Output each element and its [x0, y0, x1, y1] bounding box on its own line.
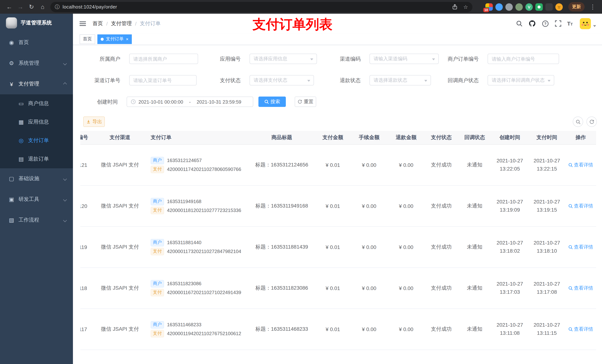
channel-code-select[interactable]: 请输入渠道编码	[369, 54, 439, 64]
extension-dark-icon[interactable]	[545, 3, 553, 10]
annotation-title: 支付订单列表	[252, 16, 333, 34]
tab-label: 首页	[83, 36, 92, 42]
sidebar-item-workflow[interactable]: ▧ 工作流程	[0, 210, 73, 230]
sidebar-item-merchant-info[interactable]: ▭ 商户信息	[0, 94, 73, 113]
table-row: 118 微信 JSAPI 支付 商户 1635311823086 支付 4200…	[80, 268, 596, 309]
extension-drop-icon[interactable]	[495, 3, 503, 10]
view-detail-link[interactable]: 查看详情	[568, 326, 593, 332]
search-toggle-button[interactable]	[573, 116, 583, 127]
channel-order-no-input[interactable]	[129, 75, 197, 85]
font-size-icon[interactable]: TT	[567, 20, 573, 27]
view-detail-link[interactable]: 查看详情	[568, 203, 593, 209]
view-detail-link[interactable]: 查看详情	[568, 285, 593, 291]
breadcrumb-pay-management[interactable]: 支付管理	[111, 20, 132, 27]
sidebar-item-payment[interactable]: ¥ 支付管理	[0, 74, 73, 94]
merchant-order-no: 1635311468233	[167, 322, 201, 327]
sidebar-item-home[interactable]: ◉ 首页	[0, 32, 73, 53]
tab-pay-order[interactable]: 支付订单 ×	[97, 34, 132, 44]
app-logo[interactable]: 芋道管理系统	[0, 14, 73, 32]
chevron-down-icon	[63, 198, 67, 201]
bookmark-star-icon[interactable]: ☆	[463, 4, 468, 10]
vue-devtools-icon[interactable]: V	[525, 3, 533, 10]
grid-icon: ▦	[17, 119, 25, 125]
create-date: 2021-10-27	[491, 198, 528, 206]
notify-status: 未通知	[467, 285, 483, 291]
breadcrumb-separator: /	[106, 21, 108, 26]
pay-tag: 支付	[151, 330, 164, 337]
chevron-down-icon	[63, 218, 67, 222]
fullscreen-icon[interactable]	[554, 20, 562, 28]
filter-label-refund-status: 退款状态	[321, 75, 365, 85]
create-time-range-picker[interactable]: 2021-10-01 00:00:00 - 2021-10-31 23:59:5…	[127, 96, 253, 107]
tab-home[interactable]: 首页	[80, 34, 95, 44]
merchant-tag: 商户	[151, 321, 164, 328]
extension-face-icon[interactable]	[555, 3, 563, 10]
sidebar-item-label: 支付管理	[19, 81, 39, 87]
refund-status-select[interactable]: 请选择退款状态	[369, 75, 431, 85]
back-icon[interactable]: ←	[4, 3, 15, 10]
browser-menu-icon[interactable]: ⋮	[587, 3, 598, 10]
create-date: 2021-10-27	[491, 239, 528, 247]
sidebar-item-infrastructure[interactable]: ▢ 基础设施	[0, 168, 73, 189]
pay-tag: 支付	[151, 289, 164, 296]
magnifier-icon	[568, 245, 573, 249]
extension-colorful-icon[interactable]: 10	[485, 3, 493, 10]
home-icon[interactable]: ⌂	[37, 3, 48, 10]
github-icon[interactable]	[528, 20, 536, 28]
refresh-button[interactable]	[586, 116, 597, 127]
sidebar-item-pay-order[interactable]: ◎ 支付订单	[0, 131, 73, 150]
view-detail-label: 查看详情	[574, 244, 593, 250]
merchant-input[interactable]	[129, 54, 198, 64]
browser-update-button[interactable]: 更新	[568, 2, 585, 11]
close-icon[interactable]: ×	[126, 37, 129, 41]
search-button[interactable]: 搜索	[258, 96, 286, 107]
sidebar-item-label: 研发工具	[19, 196, 39, 203]
sidebar-item-system[interactable]: ⚙ 系统管理	[0, 53, 73, 74]
create-time: 13:11:08	[491, 329, 528, 337]
sidebar-item-dev-tools[interactable]: ▣ 研发工具	[0, 189, 73, 210]
pay-channel: 微信 JSAPI 支付	[101, 285, 139, 291]
view-detail-label: 查看详情	[574, 326, 593, 332]
sidebar-item-label: 应用信息	[28, 119, 49, 125]
user-menu[interactable]	[580, 18, 596, 29]
share-icon[interactable]	[451, 3, 459, 11]
address-bar[interactable]: ⓘ localhost:1024/pay/order ☆	[50, 2, 473, 12]
select-placeholder: 请选择支付状态	[254, 77, 287, 83]
merchant-tag: 商户	[151, 198, 164, 205]
app-no-select[interactable]: 请选择应用信息	[249, 54, 317, 64]
merchant-order-no-input[interactable]	[488, 54, 559, 64]
search-icon[interactable]	[515, 20, 523, 28]
view-detail-link[interactable]: 查看详情	[568, 161, 593, 168]
forward-icon[interactable]: →	[15, 3, 26, 10]
site-info-icon[interactable]: ⓘ	[55, 3, 60, 10]
view-detail-link[interactable]: 查看详情	[568, 244, 593, 250]
breadcrumb-home[interactable]: 首页	[93, 20, 103, 27]
filter-label-merchant: 所属商户	[80, 54, 125, 64]
order-id: 121	[80, 162, 87, 168]
magnifier-icon	[568, 204, 573, 208]
extension-gray-icon[interactable]	[505, 3, 513, 10]
help-icon[interactable]: ?	[541, 20, 549, 28]
pay-status-select[interactable]: 请选择支付状态	[249, 75, 314, 85]
dashboard-icon: ◉	[7, 39, 16, 46]
extension-olive-icon[interactable]	[515, 3, 523, 10]
extension-chat-icon[interactable]	[535, 3, 543, 10]
fee-amount: ¥ 0.00	[362, 203, 376, 209]
pay-amount: ¥ 0.01	[326, 203, 340, 209]
notify-status-select[interactable]: 请选择订单回调商户状态	[488, 75, 554, 85]
select-placeholder: 请选择退款状态	[374, 77, 407, 83]
sidebar-item-app-info[interactable]: ▦ 应用信息	[0, 113, 73, 131]
date-range-end: 2021-10-31 23:59:59	[197, 99, 241, 104]
pay-date: 2021-10-27	[528, 239, 565, 247]
sidebar-toggle-icon[interactable]	[79, 20, 87, 27]
magnifier-icon	[568, 327, 573, 331]
col-notify-status: 回调状态	[458, 131, 491, 144]
reset-button[interactable]: 重置	[295, 96, 316, 107]
merchant-order-no: 1635312124657	[167, 157, 202, 163]
export-button[interactable]: 导出	[83, 116, 105, 127]
reload-icon[interactable]: ↻	[26, 3, 37, 10]
sidebar-item-refund-order[interactable]: ▤ 退款订单	[0, 150, 73, 168]
notify-status: 未通知	[467, 161, 483, 167]
search-button-label: 搜索	[270, 98, 280, 105]
table-row: 商户 1635311057867	[80, 350, 596, 364]
